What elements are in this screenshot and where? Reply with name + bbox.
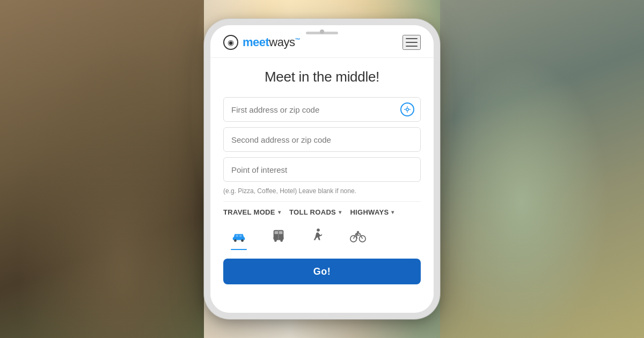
svg-point-7 <box>241 239 244 242</box>
hamburger-line-3 <box>406 46 418 47</box>
svg-rect-12 <box>279 231 283 234</box>
first-address-group <box>223 97 421 122</box>
phone-frame: meetways™ Meet in the middle! <box>204 19 440 319</box>
phone-mockup: meetways™ Meet in the middle! <box>204 19 440 319</box>
divider-1 <box>223 201 421 202</box>
transport-car-button[interactable] <box>228 225 250 249</box>
transport-walk-button[interactable] <box>307 225 330 249</box>
menu-button[interactable] <box>402 35 421 50</box>
poi-input[interactable] <box>223 157 421 182</box>
travel-mode-label: TRAVEL MODE <box>223 208 275 216</box>
highways-dropdown[interactable]: HIGHWAYS ▾ <box>350 208 394 216</box>
svg-point-17 <box>317 229 320 232</box>
highways-arrow: ▾ <box>391 209 394 215</box>
svg-rect-11 <box>275 231 279 234</box>
svg-rect-9 <box>239 235 242 237</box>
svg-point-6 <box>234 239 237 242</box>
poi-group <box>223 157 421 182</box>
app-header: meetways™ <box>210 25 434 58</box>
svg-point-20 <box>357 231 359 233</box>
poi-hint: (e.g. Pizza, Coffee, Hotel) Leave blank … <box>223 187 421 195</box>
highways-label: HIGHWAYS <box>350 208 389 216</box>
svg-point-0 <box>406 108 409 111</box>
headline: Meet in the middle! <box>223 69 421 85</box>
logo-icon <box>223 35 238 50</box>
svg-point-14 <box>274 239 277 242</box>
background-left <box>0 0 204 338</box>
second-address-input[interactable] <box>223 127 421 152</box>
logo: meetways™ <box>223 35 300 50</box>
hamburger-line-1 <box>406 38 418 39</box>
bike-icon <box>350 228 366 244</box>
hamburger-line-2 <box>406 42 418 43</box>
transport-bike-button[interactable] <box>347 225 369 249</box>
walk-icon <box>310 228 326 244</box>
options-row: TRAVEL MODE ▾ TOLL ROADS ▾ HIGHWAYS ▾ <box>223 208 421 216</box>
svg-point-15 <box>280 239 283 242</box>
logo-text: meetways™ <box>243 35 300 49</box>
toll-roads-arrow: ▾ <box>339 209 341 215</box>
logo-ways: ways <box>269 35 295 49</box>
svg-point-19 <box>360 236 366 242</box>
app-body: Meet in the middle! <box>210 58 434 313</box>
location-icon[interactable] <box>400 102 414 116</box>
logo-trademark: ™ <box>295 37 300 43</box>
transit-icon <box>270 228 287 244</box>
car-icon <box>231 228 247 244</box>
background-right <box>440 0 644 338</box>
transport-transit-button[interactable] <box>267 225 290 249</box>
logo-meet: meet <box>243 35 269 49</box>
svg-point-18 <box>350 236 357 242</box>
second-address-group <box>223 127 421 152</box>
toll-roads-dropdown[interactable]: TOLL ROADS ▾ <box>289 208 341 216</box>
svg-rect-8 <box>236 235 238 237</box>
go-button[interactable]: Go! <box>223 259 421 284</box>
travel-mode-arrow: ▾ <box>278 209 281 215</box>
transport-mode-row <box>223 225 421 249</box>
travel-mode-dropdown[interactable]: TRAVEL MODE ▾ <box>223 208 281 216</box>
toll-roads-label: TOLL ROADS <box>289 208 336 216</box>
first-address-input[interactable] <box>223 97 421 122</box>
phone-content: meetways™ Meet in the middle! <box>210 25 434 313</box>
